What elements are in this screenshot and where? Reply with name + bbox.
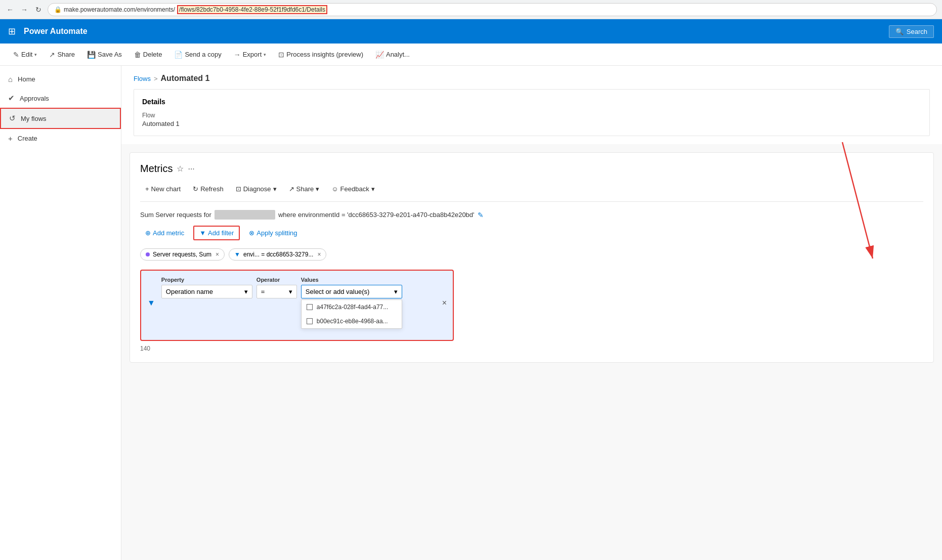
dropdown-item-2[interactable]: b00ec91c-eb8e-4968-aa... — [302, 314, 402, 328]
diagnose-icon: ⊡ — [236, 185, 241, 193]
refresh-button[interactable]: ↻ Refresh — [188, 183, 229, 195]
send-copy-icon: 📄 — [174, 51, 183, 59]
sidebar-item-my-flows-label: My flows — [21, 115, 47, 122]
feedback-button[interactable]: ☺ Feedback ▾ — [326, 183, 379, 195]
values-dropdown-list: a47f6c2a-028f-4ad4-a77... b00ec91c-eb8e-… — [301, 299, 402, 329]
analytics-icon: 📈 — [375, 51, 384, 59]
property-chevron: ▾ — [244, 288, 248, 295]
edit-icon: ✎ — [13, 51, 19, 59]
process-insights-label: Process insights (preview) — [286, 51, 363, 58]
property-select[interactable]: Operation name ▾ — [161, 285, 252, 298]
dropdown-item-1[interactable]: a47f6c2a-028f-4ad4-a77... — [302, 300, 402, 314]
query-prefix: Sum Server requests for — [140, 211, 211, 219]
sidebar-item-create[interactable]: + Create — [0, 129, 121, 148]
share-metrics-button[interactable]: ↗ Share ▾ — [284, 183, 325, 195]
search-icon: 🔍 — [895, 28, 904, 35]
share-metrics-label: Share — [296, 185, 314, 193]
apply-splitting-label: Apply splitting — [256, 229, 297, 237]
back-button[interactable]: ← — [5, 5, 15, 15]
my-flows-icon: ↺ — [9, 114, 16, 123]
sidebar-item-approvals[interactable]: ✔ Approvals — [0, 89, 121, 108]
chart-area-container: Server requests, Sum × ▼ envi... = dcc68… — [140, 248, 923, 352]
forward-button[interactable]: → — [19, 5, 29, 15]
grid-icon[interactable]: ⊞ — [8, 26, 16, 37]
url-text-start: make.powerautomate.com/environments/ — [64, 6, 175, 13]
filter-panel-close[interactable]: × — [442, 298, 447, 308]
filter-panel-wrapper: ▼ Property Operation name ▾ — [140, 266, 454, 341]
filter-pill-label: envi... = dcc68653-3279... — [243, 251, 313, 258]
sidebar-item-home-label: Home — [18, 75, 35, 83]
process-insights-icon: ⊡ — [278, 51, 284, 59]
query-blurred-id — [215, 210, 275, 220]
metrics-star-icon[interactable]: ☆ — [177, 164, 184, 174]
apply-splitting-button[interactable]: ⊗ Apply splitting — [244, 227, 302, 239]
env-pill-close[interactable]: × — [317, 251, 321, 258]
flow-name: Automated 1 — [142, 120, 180, 127]
app-container: ⊞ Power Automate 🔍 Search ✎ Edit ▾ ↗ Sha… — [0, 19, 942, 560]
operator-chevron: ▾ — [289, 288, 292, 295]
command-bar: ✎ Edit ▾ ↗ Share 💾 Save As 🗑 Delete 📄 Se… — [0, 44, 942, 66]
breadcrumb-current: Automated 1 — [161, 74, 210, 83]
diagnose-button[interactable]: ⊡ Diagnose ▾ — [231, 183, 282, 195]
filter-operator-col: Operator = ▾ — [256, 277, 297, 298]
query-edit-icon[interactable]: ✎ — [478, 211, 484, 219]
server-requests-pill[interactable]: Server requests, Sum × — [140, 248, 225, 261]
values-label: Values — [301, 277, 402, 283]
query-middle: where environmentId = 'dcc68653-3279-e20… — [278, 211, 475, 219]
operator-label: Operator — [256, 277, 297, 283]
create-icon: + — [8, 134, 13, 143]
home-icon: ⌂ — [8, 75, 13, 83]
operator-select[interactable]: = ▾ — [256, 285, 297, 298]
metrics-toolbar: + New chart ↻ Refresh ⊡ Diagnose ▾ ↗ S — [140, 183, 923, 202]
url-bar[interactable]: 🔒 make.powerautomate.com/environments/ /… — [48, 3, 937, 16]
edit-chevron: ▾ — [34, 52, 37, 57]
save-as-button[interactable]: 💾 Save As — [82, 48, 127, 62]
delete-icon: 🗑 — [134, 51, 141, 59]
analytics-button[interactable]: 📈 Analyt... — [370, 48, 415, 62]
env-filter-pill[interactable]: ▼ envi... = dcc68653-3279... × — [229, 248, 326, 261]
breadcrumb-flows[interactable]: Flows — [134, 75, 151, 82]
filter-values-col: Values Select or add value(s) ▾ — [301, 277, 402, 329]
sidebar-item-my-flows[interactable]: ↺ My flows — [0, 108, 121, 129]
item2-label: b00ec91c-eb8e-4968-aa... — [317, 318, 388, 325]
add-filter-label: Add filter — [208, 229, 234, 237]
details-flow-field: Flow Automated 1 — [142, 112, 921, 127]
new-chart-button[interactable]: + New chart — [140, 183, 186, 195]
add-metric-button[interactable]: ⊕ Add metric — [140, 227, 189, 239]
search-button[interactable]: 🔍 Search — [889, 25, 934, 38]
top-nav: ⊞ Power Automate 🔍 Search — [0, 19, 942, 44]
pill-close[interactable]: × — [216, 251, 219, 258]
diagnose-label: Diagnose — [243, 185, 271, 193]
analytics-label: Analyt... — [386, 51, 410, 58]
details-title: Details — [142, 98, 921, 106]
feedback-chevron: ▾ — [371, 185, 375, 193]
new-chart-icon: + — [145, 185, 149, 193]
share-icon: ↗ — [49, 51, 55, 59]
export-button[interactable]: → Export ▾ — [229, 48, 272, 62]
refresh-button[interactable]: ↻ — [33, 5, 44, 15]
url-highlight: /flows/82bdc7b0-4958-4fe2-88e9-52f1f9dfd… — [177, 5, 327, 14]
filter-pill-icon: ▼ — [234, 251, 240, 258]
edit-button[interactable]: ✎ Edit ▾ — [8, 48, 42, 62]
add-filter-button[interactable]: ▼ Add filter — [193, 226, 240, 240]
sidebar-item-home[interactable]: ⌂ Home — [0, 70, 121, 89]
breadcrumb: Flows > Automated 1 — [134, 74, 930, 83]
chart-y-label: 140 — [140, 345, 923, 352]
content-area: Flows > Automated 1 Details Flow Automat… — [121, 66, 942, 560]
values-placeholder: Select or add value(s) — [306, 288, 369, 295]
filter-toolbar: ⊕ Add metric ▼ Add filter ⊗ Apply splitt… — [140, 226, 923, 240]
metrics-more-icon[interactable]: ··· — [188, 164, 194, 174]
approvals-icon: ✔ — [8, 94, 15, 103]
property-label: Property — [161, 277, 252, 283]
delete-button[interactable]: 🗑 Delete — [129, 48, 167, 62]
details-card: Details Flow Automated 1 — [134, 89, 930, 136]
chart-pills: Server requests, Sum × ▼ envi... = dcc68… — [140, 248, 923, 261]
values-select[interactable]: Select or add value(s) ▾ — [301, 285, 402, 298]
checkbox-1[interactable] — [307, 304, 313, 310]
checkbox-2[interactable] — [307, 318, 313, 324]
pill-label: Server requests, Sum — [153, 251, 211, 258]
send-copy-button[interactable]: 📄 Send a copy — [169, 48, 226, 62]
process-insights-button[interactable]: ⊡ Process insights (preview) — [273, 48, 368, 62]
share-button[interactable]: ↗ Share — [44, 48, 80, 62]
filter-panel-header: ▼ Property Operation name ▾ — [147, 277, 447, 329]
